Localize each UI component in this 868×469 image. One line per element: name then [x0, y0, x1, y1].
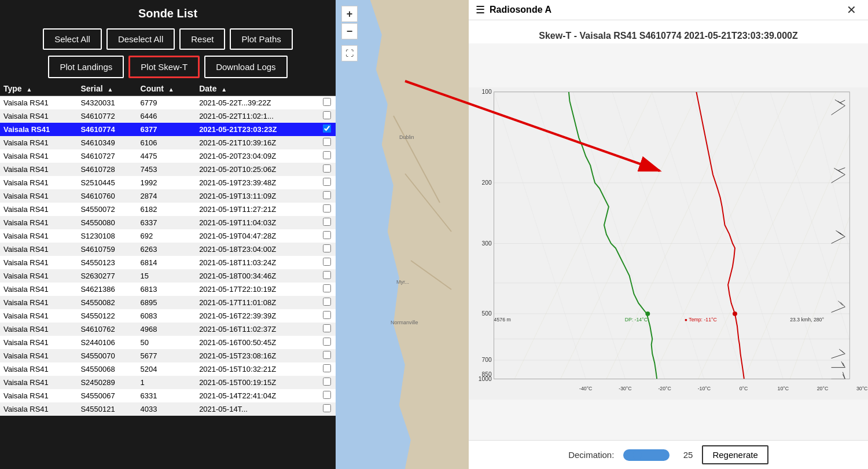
row-checkbox[interactable]: [323, 151, 331, 159]
col-count[interactable]: Count ▲: [137, 82, 196, 96]
cell-checkbox[interactable]: [318, 123, 336, 136]
table-row[interactable]: Vaisala RS41S12301086922021-05-19T04:47:…: [0, 229, 336, 243]
row-checkbox[interactable]: [323, 191, 331, 199]
table-row[interactable]: Vaisala RS41S461075962632021-05-18T23:04…: [0, 243, 336, 256]
cell-checkbox[interactable]: [318, 283, 336, 296]
cell-checkbox[interactable]: [318, 362, 336, 376]
svg-text:20°C: 20°C: [817, 386, 828, 391]
cell-count: 5677: [137, 349, 196, 362]
cell-date: 2021-05-17T11:01:08Z: [196, 296, 318, 309]
row-checkbox[interactable]: [323, 391, 331, 399]
cell-checkbox[interactable]: [318, 149, 336, 163]
row-checkbox[interactable]: [323, 178, 331, 186]
table-row[interactable]: Vaisala RS41S245028912021-05-15T00:19:15…: [0, 376, 336, 389]
row-checkbox[interactable]: [323, 218, 331, 226]
cell-serial: S2450289: [77, 376, 137, 389]
select-all-button[interactable]: Select All: [43, 28, 102, 50]
cell-checkbox[interactable]: [318, 203, 336, 216]
table-row[interactable]: Vaisala RS41S462138668132021-05-17T22:10…: [0, 283, 336, 296]
table-row[interactable]: Vaisala RS41S461076028742021-05-19T13:11…: [0, 189, 336, 203]
cell-checkbox[interactable]: [318, 309, 336, 323]
row-checkbox[interactable]: [323, 271, 331, 279]
row-checkbox[interactable]: [323, 258, 331, 266]
row-checkbox[interactable]: [323, 124, 331, 133]
table-row[interactable]: Vaisala RS41S455007056772021-05-15T23:08…: [0, 349, 336, 362]
cell-checkbox[interactable]: [318, 349, 336, 362]
zoom-out-button[interactable]: −: [341, 23, 358, 39]
zoom-in-button[interactable]: +: [341, 6, 358, 22]
table-row[interactable]: Vaisala RS41S461072744752021-05-20T23:04…: [0, 149, 336, 163]
row-checkbox[interactable]: [323, 311, 331, 319]
row-checkbox[interactable]: [323, 351, 331, 359]
table-row[interactable]: Vaisala RS41S432003167792021-05-22T...39…: [0, 96, 336, 110]
row-checkbox[interactable]: [323, 378, 331, 386]
row-checkbox[interactable]: [323, 231, 331, 239]
row-checkbox[interactable]: [323, 298, 331, 306]
table-row[interactable]: Vaisala RS41S455006852042021-05-15T10:32…: [0, 362, 336, 376]
table-row[interactable]: Vaisala RS41S455007261822021-05-19T11:27…: [0, 203, 336, 216]
cell-checkbox[interactable]: [318, 256, 336, 269]
cell-checkbox[interactable]: [318, 96, 336, 110]
cell-checkbox[interactable]: [318, 269, 336, 283]
close-button[interactable]: ✕: [847, 4, 856, 16]
cell-checkbox[interactable]: [318, 229, 336, 243]
row-checkbox[interactable]: [323, 404, 331, 412]
cell-checkbox[interactable]: [318, 389, 336, 402]
table-row[interactable]: Vaisala RS41S455006763312021-05-14T22:41…: [0, 389, 336, 402]
table-row[interactable]: Vaisala RS41S461072874532021-05-20T10:25…: [0, 163, 336, 176]
table-row[interactable]: Vaisala RS41S461076249682021-05-16T11:02…: [0, 323, 336, 336]
table-row[interactable]: Vaisala RS41S455008063372021-05-19T11:04…: [0, 216, 336, 229]
row-checkbox[interactable]: [323, 244, 331, 252]
table-row[interactable]: Vaisala RS41S461077264462021-05-22T11:02…: [0, 109, 336, 123]
table-row[interactable]: Vaisala RS41S251044519922021-05-19T23:39…: [0, 176, 336, 189]
table-row[interactable]: Vaisala RS41S461077463772021-05-21T23:03…: [0, 123, 336, 136]
svg-text:-30°C: -30°C: [619, 386, 631, 391]
cell-checkbox[interactable]: [318, 243, 336, 256]
table-row[interactable]: Vaisala RS41S455012260832021-05-16T22:39…: [0, 309, 336, 323]
cell-count: 4475: [137, 149, 196, 163]
cell-checkbox[interactable]: [318, 176, 336, 189]
table-row[interactable]: Vaisala RS41S2440106502021-05-16T00:50:4…: [0, 336, 336, 349]
row-checkbox[interactable]: [323, 204, 331, 212]
row-checkbox[interactable]: [323, 338, 331, 346]
col-type[interactable]: Type ▲: [0, 82, 77, 96]
download-logs-button[interactable]: Download Logs: [204, 56, 287, 78]
regenerate-button[interactable]: Regenerate: [702, 445, 768, 464]
table-row[interactable]: Vaisala RS41S455012368142021-05-18T11:03…: [0, 256, 336, 269]
table-row[interactable]: Vaisala RS41S461034961062021-05-21T10:39…: [0, 136, 336, 149]
cell-checkbox[interactable]: [318, 296, 336, 309]
cell-date: 2021-05-14T22:41:04Z: [196, 389, 318, 402]
cell-checkbox[interactable]: [318, 402, 336, 416]
cell-checkbox[interactable]: [318, 376, 336, 389]
cell-checkbox[interactable]: [318, 336, 336, 349]
cell-date: 2021-05-16T22:39:39Z: [196, 309, 318, 323]
row-checkbox[interactable]: [323, 98, 331, 106]
col-serial[interactable]: Serial ▲: [77, 82, 137, 96]
cell-checkbox[interactable]: [318, 109, 336, 123]
table-row[interactable]: Vaisala RS41S455012140332021-05-14T...: [0, 402, 336, 416]
row-checkbox[interactable]: [323, 284, 331, 292]
panel-title: Sonde List: [0, 0, 336, 25]
cell-checkbox[interactable]: [318, 216, 336, 229]
cell-checkbox[interactable]: [318, 163, 336, 176]
plot-skewt-button[interactable]: Plot Skew-T: [128, 56, 200, 78]
cell-serial: S4610774: [77, 123, 137, 136]
row-checkbox[interactable]: [323, 111, 331, 119]
decimation-slider[interactable]: [623, 449, 670, 461]
fullscreen-button[interactable]: ⛶: [341, 45, 358, 61]
cell-type: Vaisala RS41: [0, 96, 77, 110]
cell-checkbox[interactable]: [318, 136, 336, 149]
row-checkbox[interactable]: [323, 164, 331, 173]
table-row[interactable]: Vaisala RS41S2630277152021-05-18T00:34:4…: [0, 269, 336, 283]
deselect-all-button[interactable]: Deselect All: [106, 28, 175, 50]
col-date[interactable]: Date ▲: [196, 82, 318, 96]
row-checkbox[interactable]: [323, 138, 331, 146]
plot-paths-button[interactable]: Plot Paths: [230, 28, 292, 50]
row-checkbox[interactable]: [323, 324, 331, 332]
table-row[interactable]: Vaisala RS41S455008268952021-05-17T11:01…: [0, 296, 336, 309]
plot-landings-button[interactable]: Plot Landings: [48, 56, 124, 78]
cell-checkbox[interactable]: [318, 323, 336, 336]
cell-checkbox[interactable]: [318, 189, 336, 203]
row-checkbox[interactable]: [323, 364, 331, 372]
reset-button[interactable]: Reset: [179, 28, 225, 50]
